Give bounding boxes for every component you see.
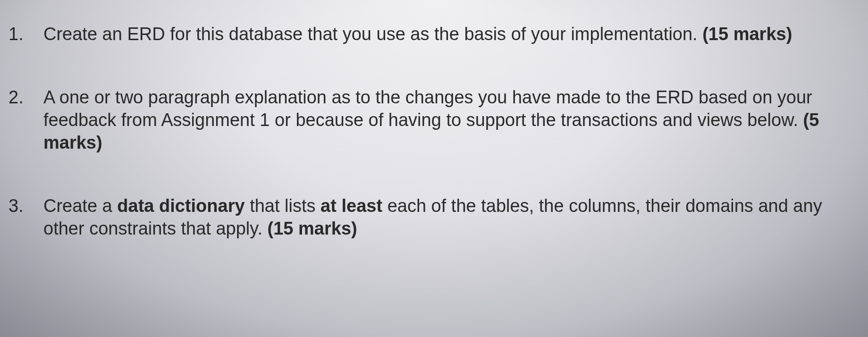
list-item-2: 2. A one or two paragraph explanation as… <box>8 86 854 154</box>
item-text: Create a data dictionary that lists at l… <box>43 194 854 240</box>
item-text: Create an ERD for this database that you… <box>43 23 792 45</box>
text-span: A one or two paragraph explanation as to… <box>43 87 812 130</box>
document-content: 1. Create an ERD for this database that … <box>0 0 868 240</box>
text-span: that lists <box>245 196 321 216</box>
list-item-1: 1. Create an ERD for this database that … <box>8 23 854 45</box>
bold-text-span: data dictionary <box>117 196 244 216</box>
text-span: Create a <box>43 196 117 216</box>
bold-text-span: (15 marks) <box>702 24 792 44</box>
item-text: A one or two paragraph explanation as to… <box>43 86 854 154</box>
bold-text-span: (15 marks) <box>268 219 357 238</box>
bold-text-span: at least <box>320 196 382 216</box>
item-number: 3. <box>8 194 43 217</box>
list-item-3: 3. Create a data dictionary that lists a… <box>8 194 854 240</box>
item-number: 1. <box>8 23 43 45</box>
item-number: 2. <box>8 86 43 109</box>
text-span: Create an ERD for this database that you… <box>43 24 702 44</box>
